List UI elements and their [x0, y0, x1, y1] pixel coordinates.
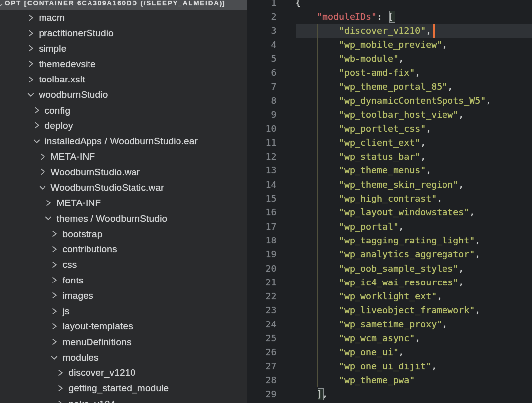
chevron-down-icon[interactable]	[44, 214, 52, 222]
code-line-14[interactable]: 14 "wp_theme_skin_region",	[247, 178, 532, 192]
code-line-1[interactable]: 1{	[247, 0, 532, 10]
tree-item-themedevsite[interactable]: themedevsite	[0, 56, 247, 72]
code-line-24[interactable]: 24 "wp_sametime_proxy",	[247, 318, 532, 331]
code-line-2[interactable]: 2 "moduleIDs": [	[247, 10, 532, 24]
chevron-right-icon[interactable]	[27, 44, 35, 52]
code-line-27[interactable]: 27 "wp_one_ui_dijit",	[247, 360, 532, 373]
chevron-right-icon[interactable]	[50, 230, 58, 238]
tree-item-label: installedApps / WoodburnStudio.ear	[44, 133, 198, 149]
code-line-5[interactable]: 5 "wb-module",	[247, 52, 532, 66]
code-line-29[interactable]: 29 ],	[247, 387, 532, 401]
tree-item-images[interactable]: images	[0, 288, 247, 303]
tree-item-js[interactable]: js	[0, 303, 247, 319]
code-line-7[interactable]: 7 "wp_theme_portal_85",	[247, 80, 532, 94]
chevron-right-icon[interactable]	[39, 168, 46, 176]
chevron-right-icon[interactable]	[56, 400, 64, 403]
tree-item-simple[interactable]: simple	[0, 41, 247, 56]
code-line-15[interactable]: 15 "wp_high_contrast",	[247, 192, 532, 205]
editor-pane[interactable]: 1{2 "moduleIDs": [3 "discover_v1210",4 "…	[247, 0, 532, 403]
tree-item-layout-templates[interactable]: layout-templates	[0, 319, 247, 334]
tree-item-label: themedevsite	[39, 56, 95, 72]
chevron-right-icon[interactable]	[56, 384, 64, 392]
tree-item-WoodburnStudio.war[interactable]: WoodburnStudio.war	[0, 164, 247, 180]
code-line-3[interactable]: 3 "discover_v1210",	[247, 24, 532, 38]
chevron-right-icon[interactable]	[39, 153, 46, 161]
workspace-section-header[interactable]: OPT [CONTAINER 6CA309A160DD (/SLEEPY_ALM…	[0, 0, 247, 10]
tree-item-META-INF[interactable]: META-INF	[0, 149, 247, 164]
tree-item-config[interactable]: config	[0, 103, 247, 118]
tree-item-label: modules	[62, 350, 98, 365]
chevron-right-icon[interactable]	[50, 322, 58, 330]
tree-item-css[interactable]: css	[0, 257, 247, 272]
code-text: "post-amd-fix",	[295, 66, 420, 80]
chevron-right-icon[interactable]	[50, 245, 58, 253]
tree-item-label: bootstrap	[62, 226, 102, 242]
chevron-right-icon[interactable]	[27, 14, 35, 22]
code-line-17[interactable]: 17 "wp_portal",	[247, 220, 532, 234]
code-line-28[interactable]: 28 "wp_theme_pwa"	[247, 373, 532, 387]
code-text: "wp_portlet_css",	[295, 122, 431, 136]
tree-item-macm[interactable]: macm	[0, 10, 247, 25]
code-line-4[interactable]: 4 "wp_mobile_preview",	[247, 38, 532, 52]
chevron-down-icon[interactable]	[39, 184, 46, 192]
chevron-right-icon[interactable]	[33, 106, 41, 114]
tree-item-contributions[interactable]: contributions	[0, 242, 247, 257]
code-line-20[interactable]: 20 "wp_oob_sample_styles",	[247, 262, 532, 276]
code-line-13[interactable]: 13 "wp_theme_menus",	[247, 163, 532, 177]
tree-item-menuDefinitions[interactable]: menuDefinitions	[0, 334, 247, 350]
chevron-right-icon[interactable]	[27, 29, 35, 37]
tree-item-installedApps-WoodburnStudio.ear[interactable]: installedApps / WoodburnStudio.ear	[0, 133, 247, 149]
chevron-right-icon[interactable]	[50, 261, 58, 269]
chevron-down-icon[interactable]	[50, 354, 58, 362]
code-line-19[interactable]: 19 "wp_analytics_aggregator",	[247, 247, 532, 261]
tree-item-toolbar.xslt[interactable]: toolbar.xslt	[0, 72, 247, 87]
tree-item-WoodburnStudioStatic.war[interactable]: WoodburnStudioStatic.war	[0, 180, 247, 195]
code-line-12[interactable]: 12 "wp_status_bar",	[247, 150, 532, 163]
chevron-right-icon[interactable]	[44, 199, 52, 207]
chevron-down-icon[interactable]	[27, 91, 35, 99]
tree-item-neko_v104[interactable]: neko_v104	[0, 396, 247, 403]
code-line-10[interactable]: 10 "wp_portlet_css",	[247, 122, 532, 136]
code-line-16[interactable]: 16 "wp_layout_windowstates",	[247, 205, 532, 219]
line-number: 2	[247, 10, 277, 24]
code-line-11[interactable]: 11 "wp_client_ext",	[247, 136, 532, 150]
chevron-right-icon[interactable]	[50, 291, 58, 299]
chevron-right-icon[interactable]	[50, 276, 58, 284]
code-line-18[interactable]: 18 "wp_tagging_rating_light",	[247, 234, 532, 247]
code-line-21[interactable]: 21 "wp_ic4_wai_resources",	[247, 276, 532, 289]
tree-item-deploy[interactable]: deploy	[0, 118, 247, 133]
chevron-right-icon[interactable]	[27, 60, 35, 68]
tree-item-label: macm	[39, 10, 65, 25]
chevron-right-icon[interactable]	[56, 369, 64, 377]
tree-item-bootstrap[interactable]: bootstrap	[0, 226, 247, 242]
tree-item-label: config	[44, 103, 70, 118]
tree-item-META-INF[interactable]: META-INF	[0, 195, 247, 210]
line-number: 16	[247, 205, 277, 219]
code-line-6[interactable]: 6 "post-amd-fix",	[247, 66, 532, 80]
code-line-22[interactable]: 22 "wp_worklight_ext",	[247, 289, 532, 303]
chevron-right-icon[interactable]	[27, 76, 35, 83]
tree-item-label: META-INF	[50, 149, 95, 164]
code-line-26[interactable]: 26 "wp_one_ui",	[247, 345, 532, 359]
tree-item-discover_v1210[interactable]: discover_v1210	[0, 365, 247, 380]
code-line-25[interactable]: 25 "wp_wcm_async",	[247, 331, 532, 345]
tree-item-practitionerStudio[interactable]: practitionerStudio	[0, 25, 247, 40]
tree-item-label: WoodburnStudioStatic.war	[50, 180, 164, 195]
line-number: 29	[247, 387, 277, 401]
chevron-right-icon[interactable]	[50, 338, 58, 346]
code-text: "wp_theme_menus",	[295, 163, 431, 177]
chevron-right-icon[interactable]	[50, 307, 58, 315]
tree-item-woodburnStudio[interactable]: woodburnStudio	[0, 87, 247, 102]
tree-item-label: practitionerStudio	[39, 25, 113, 40]
tree-item-themes-WoodburnStudio[interactable]: themes / WoodburnStudio	[0, 211, 247, 226]
chevron-right-icon[interactable]	[33, 121, 41, 129]
tree-item-fonts[interactable]: fonts	[0, 273, 247, 288]
tree-item-getting_started_module[interactable]: getting_started_module	[0, 380, 247, 396]
chevron-down-icon[interactable]	[33, 137, 41, 145]
code-line-9[interactable]: 9 "wp_toolbar_host_view",	[247, 108, 532, 121]
code-line-8[interactable]: 8 "wp_dynamicContentSpots_W5",	[247, 94, 532, 108]
tree-item-label: toolbar.xslt	[39, 72, 85, 87]
code-line-23[interactable]: 23 "wp_liveobject_framework",	[247, 303, 532, 317]
line-number: 26	[247, 345, 277, 359]
tree-item-modules[interactable]: modules	[0, 350, 247, 365]
